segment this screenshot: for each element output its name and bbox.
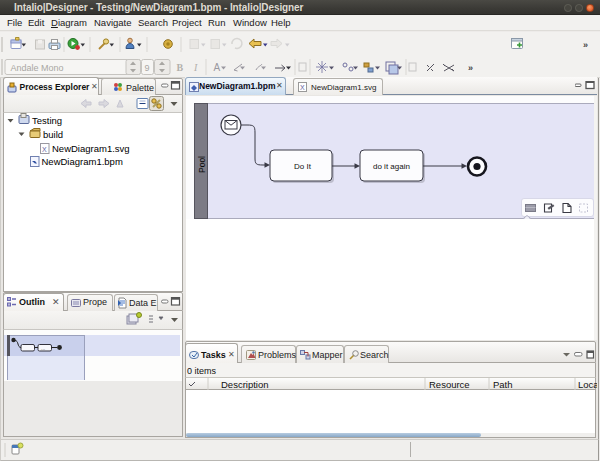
svg-text:I: I xyxy=(193,62,198,73)
svg-text:build: build xyxy=(43,129,63,140)
svg-text:X: X xyxy=(42,146,47,153)
svg-text:NewDiagram1.svg: NewDiagram1.svg xyxy=(52,143,130,154)
svg-text:»: » xyxy=(583,40,588,50)
svg-text:»: » xyxy=(468,63,473,73)
svg-text:Andale Mono: Andale Mono xyxy=(11,63,64,73)
svg-text:NewDiagram1.bpm: NewDiagram1.bpm xyxy=(42,156,123,167)
svg-text:Loca: Loca xyxy=(578,379,597,390)
svg-text:...: ... xyxy=(41,345,45,351)
svg-text:B: B xyxy=(177,62,184,73)
svg-text:Resource: Resource xyxy=(429,379,470,390)
svg-text:Do It: Do It xyxy=(294,162,312,171)
svg-text:Testing: Testing xyxy=(32,115,62,126)
svg-text:X: X xyxy=(300,84,305,91)
svg-text:A: A xyxy=(214,62,221,73)
svg-text:do it again: do it again xyxy=(373,162,410,171)
svg-text:Path: Path xyxy=(493,379,513,390)
svg-text:Description: Description xyxy=(221,379,269,390)
svg-text:9: 9 xyxy=(145,63,150,73)
